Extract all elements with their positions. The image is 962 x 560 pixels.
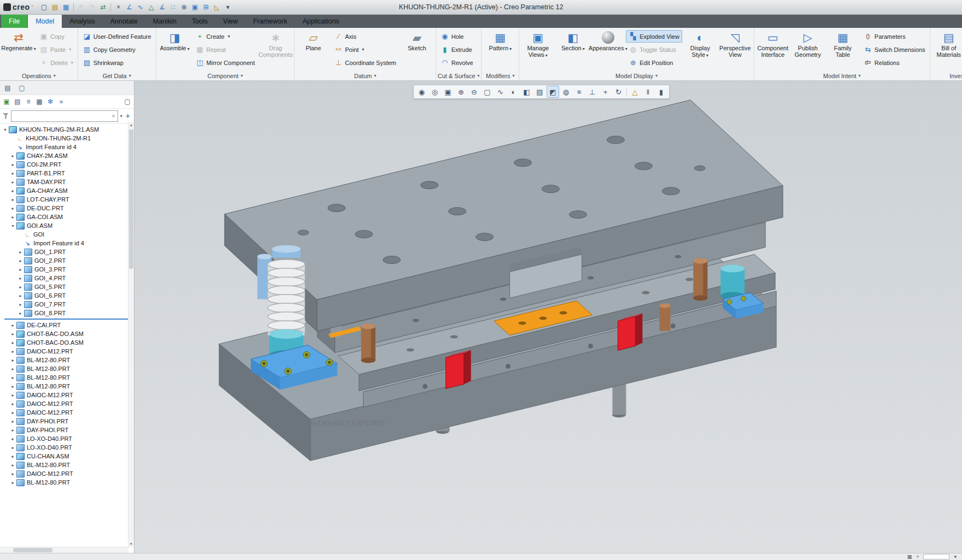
tree-item[interactable]: ↘Import Feature id 4 — [1, 239, 134, 247]
collapse-arrow-icon[interactable]: ▾ — [10, 223, 16, 228]
ribbon-button-exploded-view[interactable]: ▚Exploded View — [626, 30, 682, 43]
warning-icon[interactable]: △ — [629, 86, 641, 98]
stop-icon[interactable]: ▮ — [655, 86, 667, 98]
expand-arrow-icon[interactable]: ▸ — [17, 258, 24, 263]
expand-arrow-icon[interactable]: ▸ — [10, 375, 16, 380]
tree-item[interactable]: ▸DAIOC-M12.PRT — [1, 408, 134, 417]
guide-post[interactable] — [361, 323, 376, 363]
ribbon-button-assemble[interactable]: ◨Assemble▾ — [158, 28, 192, 52]
expand-arrow-icon[interactable]: ▸ — [10, 323, 16, 328]
pointer-icon[interactable]: + — [916, 554, 919, 559]
tree-vertical-scrollbar[interactable]: ▲ ▼ — [128, 122, 134, 547]
ribbon-button-perspective-view[interactable]: ◹Perspective View — [718, 28, 752, 58]
tree-item[interactable]: ▸CHAY-2M.ASM — [1, 151, 134, 160]
angle-icon[interactable]: ∡ — [157, 2, 167, 13]
tree-item[interactable]: ▸LO-XO-D40.PRT — [1, 434, 134, 443]
close-window-icon[interactable]: × — [113, 2, 124, 13]
pen-view-icon[interactable]: ∿ — [494, 86, 507, 98]
tree-item[interactable]: ▸GOI_5.PRT — [1, 282, 134, 291]
spin-center-icon[interactable]: + — [599, 86, 612, 98]
customize-icon[interactable]: ▾ — [222, 2, 233, 13]
ribbon-button-delete[interactable]: ×Delete▾ — [37, 56, 76, 69]
expand-arrow-icon[interactable]: ▸ — [10, 162, 16, 167]
ribbon-button-display-style[interactable]: ◐Display Style▾ — [683, 28, 717, 59]
expand-arrow-icon[interactable]: ▸ — [17, 250, 24, 255]
tree-item[interactable]: ▸CHOT-BAC-DO.ASM — [1, 338, 134, 347]
ribbon-group-title[interactable]: Cut & Surface▾ — [438, 71, 480, 80]
tree-item[interactable]: ▸LOT-CHAY.PRT — [1, 195, 134, 204]
tree-item[interactable]: ▸GOI_3.PRT — [1, 265, 134, 274]
scrollbar-thumb[interactable] — [129, 129, 133, 269]
tree-horizontal-scrollbar[interactable] — [0, 547, 128, 553]
tree-item[interactable]: ▾GOI.ASM — [1, 221, 134, 230]
expand-arrow-icon[interactable]: ▸ — [10, 454, 16, 459]
saved-orientations-icon[interactable]: ◧ — [520, 86, 533, 98]
ribbon-button-pattern[interactable]: ▦Pattern▾ — [483, 28, 517, 52]
collapse-arrow-icon[interactable]: ▾ — [2, 127, 8, 132]
expand-arrow-icon[interactable]: ▸ — [10, 188, 16, 193]
expand-arrow-icon[interactable]: ▸ — [10, 419, 16, 424]
tab-model[interactable]: Model — [28, 15, 62, 28]
expand-arrow-icon[interactable]: ▸ — [10, 215, 16, 220]
tree-settings-icon[interactable]: ▦ — [34, 97, 44, 107]
annotations-icon[interactable]: ≡ — [573, 86, 585, 98]
status-field[interactable] — [923, 554, 949, 559]
detail-tree-icon[interactable]: ≡ — [24, 97, 33, 107]
orient-mode-icon[interactable]: ↻ — [612, 86, 625, 98]
ribbon-button-appearances[interactable]: Appearances▾ — [591, 28, 625, 52]
tree-item[interactable]: ▸BL-M12-80.PRT — [1, 373, 134, 382]
ribbon-button-parameters[interactable]: ()Parameters — [861, 30, 928, 43]
zoom-in-icon[interactable]: ⊕ — [455, 86, 467, 98]
view-manager-icon[interactable]: ▤ — [533, 86, 546, 98]
expand-arrow-icon[interactable]: ▸ — [17, 285, 24, 290]
expand-arrow-icon[interactable]: ▸ — [17, 293, 24, 298]
ribbon-button-manage-views[interactable]: ▣Manage Views▾ — [521, 28, 555, 59]
tree-item[interactable]: ▸DAIOC-M12.PRT — [1, 469, 134, 478]
ribbon-button-extrude[interactable]: ▮Extrude — [438, 43, 476, 56]
ribbon-button-paste[interactable]: ▤Paste▾ — [37, 43, 76, 56]
ribbon-button-mirror-component[interactable]: ◫Mirror Component — [193, 56, 258, 69]
expand-arrow-icon[interactable]: ▸ — [17, 311, 24, 316]
appearance-gallery-icon[interactable]: ◍ — [560, 86, 572, 98]
search-options-chevron-icon[interactable]: ▾ — [120, 114, 122, 119]
zoom-out-icon[interactable]: ⊖ — [468, 86, 480, 98]
redo-icon[interactable]: ↷ — [87, 2, 97, 13]
refit-icon[interactable]: ▢ — [481, 86, 494, 98]
3d-viewport[interactable]: Explode State:DEFAULT EXPLODE — [134, 81, 962, 553]
scrollbar-thumb[interactable] — [13, 548, 52, 552]
add-filter-icon[interactable]: + — [125, 111, 131, 120]
expand-arrow-icon[interactable]: ▸ — [10, 180, 16, 185]
tree-item[interactable]: ∟KHUON-THUNG-2M-R1 — [1, 134, 134, 143]
tree-item[interactable]: ▸COI-2M.PRT — [1, 160, 134, 169]
ribbon-button-section[interactable]: ◧Section▾ — [556, 28, 590, 52]
layer-tree-icon[interactable]: ▤ — [13, 97, 22, 107]
tree-item[interactable]: ▸DAIOC-M12.PRT — [1, 347, 134, 356]
tab-file[interactable]: File — [1, 15, 27, 28]
scroll-up-icon[interactable]: ▲ — [128, 122, 134, 128]
expand-arrow-icon[interactable]: ▸ — [10, 445, 16, 450]
tree-item[interactable]: ▸BL-M12-80.PRT — [1, 356, 134, 364]
filter-icon[interactable] — [3, 113, 9, 119]
ribbon-group-title[interactable]: Operations▾ — [2, 71, 76, 80]
tab-manikin[interactable]: Manikin — [145, 15, 184, 28]
undo-icon[interactable]: ↶ — [76, 2, 86, 13]
ribbon-button-copy[interactable]: ▣Copy — [37, 30, 76, 43]
graph-icon[interactable]: △ — [146, 2, 156, 13]
zoom-box-icon[interactable]: ▣ — [442, 86, 454, 98]
open-icon[interactable]: ▤ — [50, 2, 60, 13]
ribbon-group-title[interactable]: Datum▾ — [296, 71, 434, 80]
tree-item[interactable]: ▸CHOT-BAC-DO.ASM — [1, 329, 134, 338]
expand-arrow-icon[interactable]: ▸ — [10, 197, 16, 202]
tree-item[interactable]: ▸DAIOC-M12.PRT — [1, 391, 134, 399]
tree-insert-indicator[interactable] — [4, 319, 131, 320]
tree-item[interactable]: ▸PART-B1.PRT — [1, 169, 134, 178]
expand-arrow-icon[interactable]: ▸ — [10, 367, 16, 372]
guide-post[interactable] — [659, 304, 670, 331]
annotate-icon[interactable]: ⊞ — [201, 2, 211, 13]
expand-arrow-icon[interactable]: ▸ — [10, 437, 16, 441]
tree-item[interactable]: ▸GOI_1.PRT — [1, 247, 134, 256]
model-tree-icon[interactable]: ▣ — [2, 97, 11, 107]
tree-item[interactable]: ▸DAY-PHOI.PRT — [1, 417, 134, 426]
ribbon-button-component-interface[interactable]: ▭Component Interface — [756, 28, 790, 58]
ribbon-button-drag-components[interactable]: ∗Drag Components — [259, 28, 292, 58]
